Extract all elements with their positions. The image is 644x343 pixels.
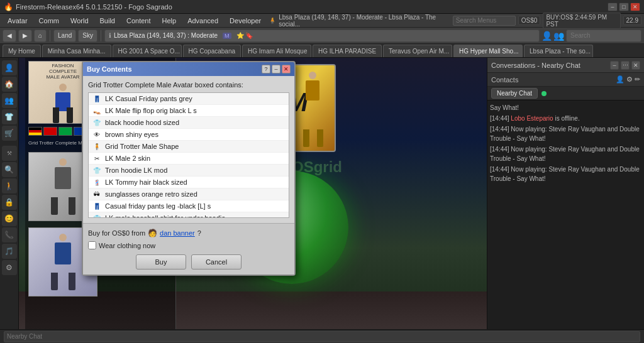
item-label: LK Tommy hair black sized bbox=[105, 178, 187, 186]
sky-button[interactable]: Sky bbox=[78, 30, 97, 42]
chat-message: [14:44] Now playing: Stevie Ray Vaughan … bbox=[490, 124, 641, 143]
chat-text: [14:44] Now playing: Stevie Ray Vaughan … bbox=[490, 126, 640, 142]
menu-comm[interactable]: Comm bbox=[34, 16, 64, 26]
toolbar-search-input[interactable] bbox=[566, 30, 641, 42]
menu-bar: Avatar Comm World Build Content Help Adv… bbox=[0, 14, 644, 28]
list-item: 💈 LK Tommy hair black sized bbox=[89, 177, 289, 188]
chat-header-title: Conversations - Nearby Chat bbox=[491, 62, 580, 69]
close-button[interactable]: ✕ bbox=[630, 3, 640, 11]
tab-hg2001[interactable]: HG 2001 A Space O... bbox=[113, 45, 182, 57]
sidebar-icon-phone[interactable]: 📞 bbox=[2, 227, 17, 242]
chat-text: [14:44] Now playing: Stevie Ray Vaughan … bbox=[490, 166, 640, 182]
sidebar-icon-inventory[interactable]: 🛒 bbox=[2, 126, 17, 141]
back-button[interactable]: ◀ bbox=[3, 30, 16, 42]
nearby-chat-tab-row: Nearby Chat bbox=[487, 87, 644, 101]
items-list[interactable]: 👖 LK Casual Friday pants grey 👡 LK Male … bbox=[88, 92, 289, 218]
sidebar-icon-home[interactable]: 🏠 bbox=[2, 77, 17, 92]
tab-paradise[interactable]: HG ILHA PARADISE bbox=[313, 45, 382, 57]
chat-message: [14:44] Now playing: Stevie Ray Vaughan … bbox=[490, 144, 641, 163]
sidebar-icon-lock[interactable]: 🔒 bbox=[2, 195, 17, 210]
dialog-body: Grid Trotter Complete Male Avatar boxed … bbox=[83, 76, 294, 223]
seller-link[interactable]: dan banner bbox=[160, 229, 195, 237]
location-address: Lbsa Plaza (149, 148, 37) : Moderate bbox=[114, 32, 218, 39]
chat-options-button[interactable]: ⋯ bbox=[621, 61, 630, 70]
list-item: 👖 Casual friday pants leg -black [L] s bbox=[89, 200, 289, 212]
item-label: Tron hoodie LK mod bbox=[105, 166, 167, 174]
chat-message: [14:44] Lobo Estepario is offline. bbox=[490, 114, 641, 123]
flag-de bbox=[28, 127, 42, 136]
buy-button[interactable]: Buy bbox=[136, 254, 186, 270]
dialog-close-button[interactable]: ✕ bbox=[282, 65, 291, 74]
chat-text: Say What! bbox=[490, 104, 519, 111]
cancel-button[interactable]: Cancel bbox=[191, 254, 242, 270]
tab-imam[interactable]: HG Imam Ali Mosque bbox=[242, 45, 311, 57]
tab-lbsaplaza[interactable]: Lbsa Plaza - The so... bbox=[524, 45, 593, 57]
chat-messages: Say What! [14:44] Lobo Estepario is offl… bbox=[487, 101, 644, 329]
chat-username: Lobo Estepario bbox=[511, 115, 553, 122]
menu-content[interactable]: Content bbox=[121, 16, 156, 26]
avatar-status-icon: 🧍 bbox=[269, 17, 276, 24]
home-button[interactable]: ⌂ bbox=[34, 30, 47, 42]
search-menus-input[interactable] bbox=[453, 16, 516, 26]
chat-close-button[interactable]: ✕ bbox=[631, 61, 640, 70]
dialog-help-button[interactable]: ? bbox=[262, 65, 270, 74]
tab-myhome[interactable]: My Home bbox=[3, 45, 41, 57]
sam-avatar-figure bbox=[297, 72, 328, 147]
contacts-row: Contacts 👤 ⚙ ✏ bbox=[487, 73, 644, 87]
land-button[interactable]: Land bbox=[53, 30, 76, 42]
sidebar-icon-build[interactable]: ⚒ bbox=[2, 146, 17, 161]
online-icon: 👤 bbox=[541, 31, 552, 41]
item-label: black hoodie hood sized bbox=[105, 119, 179, 126]
window-title: Firestorm-Releasex64 5.0.1.52150 - Fogo … bbox=[16, 3, 172, 11]
item-icon: ✂ bbox=[92, 154, 101, 163]
menu-world[interactable]: World bbox=[65, 16, 94, 26]
tab-teravus[interactable]: Teravus Open Air M... bbox=[383, 45, 452, 57]
item-icon: 🧍 bbox=[92, 142, 101, 151]
contacts-icon-2[interactable]: ⚙ bbox=[626, 75, 633, 84]
item-icon: 👕 bbox=[92, 214, 101, 218]
window-controls: – □ ✕ bbox=[608, 3, 640, 11]
forward-button[interactable]: ▶ bbox=[18, 30, 32, 42]
chat-minimize-button[interactable]: – bbox=[610, 61, 619, 70]
tab-hypermall[interactable]: HG Hyper Mall Sho... bbox=[453, 45, 523, 57]
list-item: 👕 black hoodie hood sized bbox=[89, 117, 289, 129]
menu-build[interactable]: Build bbox=[95, 16, 120, 26]
wear-clothing-checkbox[interactable] bbox=[88, 241, 96, 249]
contacts-label: Contacts bbox=[491, 76, 518, 84]
contacts-icon-3[interactable]: ✏ bbox=[635, 75, 640, 84]
dialog-title: Buy Contents bbox=[87, 65, 132, 73]
menu-help[interactable]: Help bbox=[157, 16, 182, 26]
fps-stat: 22.9 bbox=[623, 16, 641, 25]
chat-header: Conversations - Nearby Chat – ⋯ ✕ bbox=[487, 58, 644, 73]
menu-advanced[interactable]: Advanced bbox=[182, 16, 223, 26]
sidebar-icon-search[interactable]: 🔍 bbox=[2, 162, 17, 177]
sidebar-icon-people[interactable]: 👥 bbox=[2, 93, 17, 108]
sidebar-icon-emote[interactable]: 😊 bbox=[2, 211, 17, 226]
tab-copacabana[interactable]: HG Copacabana bbox=[183, 45, 242, 57]
item-label: brown shiny eyes bbox=[105, 131, 158, 138]
item-icon: 👁 bbox=[92, 130, 101, 139]
dialog-controls: ? – ✕ bbox=[262, 65, 291, 74]
maximize-button[interactable]: □ bbox=[619, 3, 629, 11]
item-icon: 🕶 bbox=[92, 190, 101, 199]
sidebar-icon-avatar[interactable]: 👤 bbox=[2, 60, 17, 75]
nearby-chat-input[interactable] bbox=[4, 331, 640, 342]
location-info: Lbsa Plaza (149, 148, 37) - Moderate - L… bbox=[279, 14, 450, 28]
menu-avatar[interactable]: Avatar bbox=[3, 16, 33, 26]
online-indicator bbox=[541, 91, 547, 96]
menu-developer[interactable]: Developer bbox=[225, 16, 266, 26]
toolbar-separator-2 bbox=[101, 30, 101, 41]
list-item: 👕 LK male baseball shirt for under hoodi… bbox=[89, 212, 289, 218]
item-label: LK Male 2 skin bbox=[105, 155, 150, 162]
sidebar-icon-music[interactable]: 🎵 bbox=[2, 244, 17, 259]
dialog-minimize-button[interactable]: – bbox=[272, 65, 280, 74]
sidebar-icon-settings[interactable]: ⚙ bbox=[2, 260, 17, 275]
item-icon: 👖 bbox=[92, 202, 101, 210]
sidebar-icon-clothing[interactable]: 👕 bbox=[2, 109, 17, 124]
dialog-description: Grid Trotter Complete Male Avatar boxed … bbox=[88, 81, 289, 89]
sidebar-icon-walk[interactable]: 🚶 bbox=[2, 178, 17, 193]
contacts-icon-1[interactable]: 👤 bbox=[616, 75, 625, 84]
tab-minhacasa[interactable]: Minha Casa Minha... bbox=[42, 45, 111, 57]
nearby-chat-tab-button[interactable]: Nearby Chat bbox=[491, 88, 538, 99]
minimize-button[interactable]: – bbox=[608, 3, 618, 11]
